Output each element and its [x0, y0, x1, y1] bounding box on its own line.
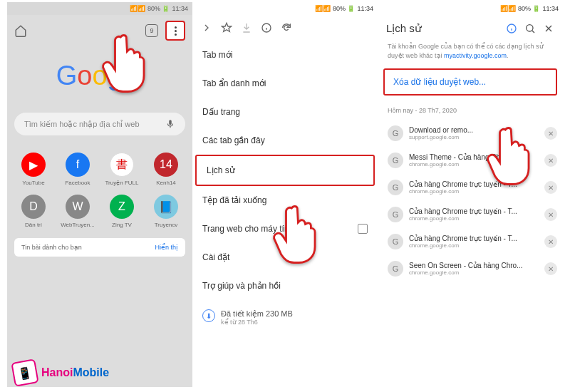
menu-item[interactable]: Tab mới [192, 41, 378, 69]
history-domain: chrome.google.com [409, 269, 539, 276]
shortcut-icon: ▶ [21, 153, 46, 177]
menu-list: Tab mới Tab ẩn danh mới Dấu trang Các ta… [192, 41, 378, 300]
shortcut-tile[interactable]: 書 Truyện FULL [101, 150, 142, 189]
menu-item[interactable]: Trợ giúp và phản hồi [192, 272, 378, 300]
shortcut-label: Truyện FULL [105, 180, 139, 186]
forward-icon[interactable] [201, 22, 212, 33]
shortcut-tile[interactable]: 📘 Truyencv [145, 192, 187, 231]
history-day-label: Hôm nay - 28 Th7, 2020 [378, 104, 563, 120]
history-row[interactable]: G Cửa hàng Chrome trực tuyến - T... chro… [378, 174, 563, 201]
suggested-news[interactable]: Tin bài dành cho bạn Hiển thị [14, 238, 185, 257]
shortcut-icon: W [66, 195, 90, 219]
history-title: Cửa hàng Chrome trực tuyến - T... [409, 180, 539, 188]
clear-browsing-data[interactable]: Xóa dữ liệu duyệt web... [383, 68, 557, 96]
svg-point-2 [527, 25, 533, 31]
shortcut-icon: 14 [154, 153, 178, 177]
star-icon[interactable] [221, 22, 232, 33]
history-row[interactable]: G Cửa hàng Chrome trực tuyến - T... chro… [378, 201, 563, 228]
status-icons: 📶📶 80% 🔋 [130, 5, 170, 12]
search-icon[interactable] [524, 23, 536, 34]
history-row[interactable]: G Cửa hàng Chrome trực tuyến - T... chro… [378, 228, 563, 255]
shortcut-icon: D [21, 195, 46, 219]
menu-item[interactable]: Tab ẩn danh mới [192, 69, 378, 98]
status-bar: 📶📶 80% 🔋 11:34 [192, 2, 378, 15]
shortcut-icon: 📘 [154, 195, 178, 219]
delete-button[interactable]: ✕ [544, 154, 557, 167]
delete-button[interactable]: ✕ [544, 235, 557, 248]
favicon: G [388, 153, 403, 168]
menu-item-label: Cài đặt [202, 252, 229, 262]
menu-item[interactable]: Các tab gần đây [192, 126, 378, 155]
shortcut-icon: 書 [110, 153, 134, 177]
screenshot-2-chrome-menu: 📶📶 80% 🔋 11:34 Tab mới Tab ẩn danh mới D… [192, 2, 378, 387]
google-logo: Google [7, 61, 192, 91]
download-icon[interactable] [241, 22, 252, 33]
delete-button[interactable]: ✕ [544, 262, 557, 275]
shortcut-tile[interactable]: D Dân trí [13, 192, 54, 231]
shortcut-tile[interactable]: W WebTruyen... [57, 192, 98, 231]
favicon: G [388, 180, 403, 195]
menu-item-label: Lịch sử [207, 165, 235, 175]
history-title: Download or remo... [409, 126, 539, 134]
shortcut-icon: Z [110, 195, 134, 219]
history-title: Seen On Screen - Cửa hàng Chro... [409, 262, 539, 269]
data-saved[interactable]: ⬇ Đã tiết kiệm 230 MB kể từ 28 Th6 [192, 300, 378, 335]
info-icon[interactable] [261, 22, 272, 33]
history-title: Messi Theme - Cửa hàng Chrome... [409, 153, 539, 161]
menu-item-label: Tab mới [202, 50, 232, 60]
shortcut-icon: f [66, 153, 90, 177]
menu-item[interactable]: Trang web cho máy tính [192, 215, 378, 243]
shortcut-tile[interactable]: 14 Kenh14 [145, 150, 187, 189]
shortcut-tile[interactable]: Z Zing TV [101, 192, 142, 231]
status-bar: 📶📶 80% 🔋 11:34 [378, 2, 563, 15]
menu-item[interactable]: Tệp đã tải xuống [192, 186, 378, 215]
shortcut-label: WebTruyen... [61, 222, 95, 228]
history-row[interactable]: G Seen On Screen - Cửa hàng Chro... chro… [378, 255, 563, 282]
home-icon[interactable] [14, 24, 27, 37]
menu-item[interactable]: Lịch sử [195, 155, 375, 186]
page-title: Lịch sử [386, 22, 422, 35]
delete-button[interactable]: ✕ [544, 127, 557, 140]
shortcut-label: Facebook [65, 180, 90, 186]
menu-item-label: Trang web cho máy tính [202, 224, 294, 234]
shortcut-label: Dân trí [25, 222, 42, 228]
menu-item-label: Dấu trang [202, 107, 240, 117]
history-domain: chrome.google.com [409, 242, 539, 249]
shortcut-grid: ▶ YouTube f Facebook 書 Truyện FULL 14 Ke… [7, 150, 192, 231]
shortcut-label: Zing TV [112, 222, 132, 228]
search-placeholder: Tìm kiếm hoặc nhập địa chỉ web [24, 120, 140, 129]
history-domain: chrome.google.com [409, 188, 539, 195]
menu-item[interactable]: Cài đặt [192, 243, 378, 272]
history-list: G Download or remo... support.google.com… [378, 120, 563, 282]
history-domain: chrome.google.com [409, 161, 539, 167]
status-bar: 📶📶 80% 🔋 11:34 [7, 2, 192, 15]
refresh-icon[interactable] [281, 22, 292, 33]
checkbox-icon[interactable] [358, 224, 368, 234]
menu-item[interactable]: Dấu trang [192, 98, 378, 126]
menu-item-label: Các tab gần đây [202, 135, 265, 145]
search-input[interactable]: Tìm kiếm hoặc nhập địa chỉ web [14, 113, 185, 135]
close-icon[interactable] [543, 23, 554, 34]
news-action[interactable]: Hiển thị [155, 244, 178, 251]
tab-count[interactable]: 9 [145, 24, 158, 37]
delete-button[interactable]: ✕ [544, 181, 557, 194]
watermark: 📱 HanoiMobile [13, 361, 109, 385]
data-saver-icon: ⬇ [202, 309, 215, 322]
shortcut-tile[interactable]: ▶ YouTube [13, 150, 54, 189]
info-icon[interactable] [506, 23, 517, 34]
myactivity-link[interactable]: myactivity.google.com [444, 52, 507, 59]
favicon: G [388, 125, 403, 141]
history-row[interactable]: G Messi Theme - Cửa hàng Chrome... chrom… [378, 147, 563, 174]
delete-button[interactable]: ✕ [544, 208, 557, 221]
menu-button[interactable] [165, 21, 185, 41]
more-vert-icon [175, 26, 177, 36]
shortcut-label: YouTube [22, 180, 44, 186]
watermark-icon: 📱 [11, 359, 38, 386]
screenshot-3-history: 📶📶 80% 🔋 11:34 Lịch sử Tài khoản Google … [378, 2, 563, 387]
news-label: Tin bài dành cho bạn [21, 244, 82, 251]
shortcut-label: Truyencv [155, 222, 178, 228]
mic-icon[interactable] [165, 119, 175, 129]
shortcut-tile[interactable]: f Facebook [57, 150, 98, 189]
history-row[interactable]: G Download or remo... support.google.com… [378, 120, 563, 147]
history-title: Cửa hàng Chrome trực tuyến - T... [409, 234, 539, 242]
